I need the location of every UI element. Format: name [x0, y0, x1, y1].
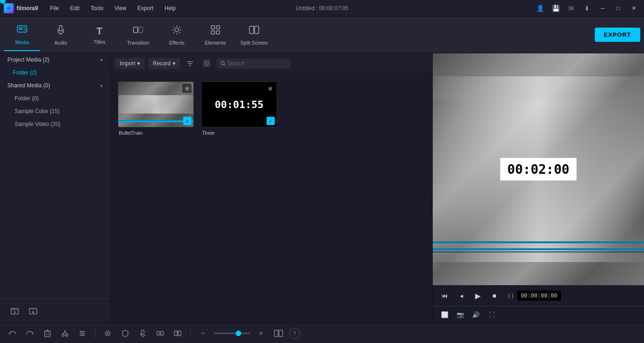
titlebar: filmora9 File Edit Tools View Export Hel… [0, 0, 644, 17]
shield-button[interactable] [118, 326, 132, 340]
tool-effects-label: Effects [169, 40, 184, 46]
transition-timeline-button[interactable] [171, 326, 185, 340]
thumb-check-bullettrain: ✓ [183, 117, 191, 125]
tool-split-screen[interactable]: Split Screen [236, 19, 273, 51]
menu-export[interactable]: Export [133, 3, 158, 13]
search-input[interactable] [227, 60, 286, 67]
fullscreen-button[interactable]: ⛶ [485, 308, 498, 321]
tool-transition[interactable]: Transition [120, 19, 157, 51]
import-label: Import [120, 60, 135, 67]
adjustments-button[interactable] [75, 326, 89, 340]
sidebar-project-media[interactable]: Project Media (2) ▾ [0, 53, 110, 66]
menu-tools[interactable]: Tools [86, 3, 108, 13]
menu-edit[interactable]: Edit [65, 3, 84, 13]
tool-effects[interactable]: Effects [158, 19, 195, 51]
tool-titles[interactable]: T Titles [81, 19, 118, 51]
tool-media[interactable]: Media [4, 19, 41, 51]
link-button[interactable] [153, 326, 167, 340]
sidebar-folder-2[interactable]: Folder (2) [0, 66, 110, 79]
skip-back-button[interactable]: ⏮ [438, 289, 451, 302]
sidebar-folder-0-label: Folder (0) [15, 95, 39, 102]
search-box[interactable] [217, 58, 290, 69]
snap-button[interactable] [101, 326, 115, 340]
tool-audio[interactable]: Audio [42, 19, 79, 51]
menu-help[interactable]: Help [160, 3, 180, 13]
mail-icon[interactable]: ✉ [565, 2, 578, 15]
import-button[interactable]: Import ▾ [115, 58, 145, 69]
menu-view[interactable]: View [110, 3, 131, 13]
sidebar-sample-video-label: Sample Video (20) [15, 121, 60, 127]
media-grid: ⊞ ✓ BulletTrain 00:01:55 ⊞ ✓ Timer [110, 74, 432, 143]
window-title: Untitled : 00:00:07:05 [296, 5, 348, 11]
sidebar-sample-color[interactable]: Sample Color (15) [0, 105, 110, 118]
filter-button[interactable] [184, 57, 197, 70]
user-icon[interactable]: 👤 [534, 2, 546, 15]
screenshot-button[interactable]: 📷 [454, 308, 467, 321]
split-view-button[interactable] [272, 326, 285, 340]
import-folder-button[interactable] [26, 303, 41, 318]
split-screen-icon [249, 24, 260, 38]
media-item-timer[interactable]: 00:01:55 ⊞ ✓ Timer [201, 81, 277, 136]
playback-timecode: 00:00:00:00 [517, 291, 561, 301]
zoom-in-button[interactable]: + [254, 326, 268, 340]
svg-point-43 [81, 334, 83, 336]
delete-button[interactable] [41, 326, 54, 340]
stop-button[interactable]: ■ [488, 289, 501, 302]
media-icon [17, 24, 28, 38]
export-button[interactable]: EXPORT [595, 28, 640, 42]
menu-file[interactable]: File [46, 3, 64, 13]
cloud-save-icon[interactable]: 💾 [549, 2, 562, 15]
preview-bottom-controls: ⬜ 📷 🔊 ⛶ [433, 306, 644, 323]
sidebar-folder-0[interactable]: Folder (0) [0, 92, 110, 105]
svg-point-10 [175, 28, 179, 32]
tool-elements[interactable]: Elements [197, 19, 234, 51]
cut-button[interactable] [58, 326, 72, 340]
media-toolbar: Import ▾ Record ▾ [110, 53, 432, 74]
step-back-button[interactable]: ◂ [455, 289, 468, 302]
sidebar-sample-video[interactable]: Sample Video (20) [0, 118, 110, 131]
svg-rect-22 [204, 61, 206, 63]
media-item-bullettrain[interactable]: ⊞ ✓ BulletTrain [118, 81, 194, 136]
svg-rect-55 [279, 330, 283, 337]
download-icon[interactable]: ⬇ [580, 2, 593, 15]
svg-rect-15 [249, 26, 254, 34]
thumb-grid-icon: ⊞ [182, 84, 191, 93]
microphone-button[interactable] [136, 326, 150, 340]
volume-button[interactable]: 🔊 [470, 308, 482, 321]
play-button[interactable]: ▶ [471, 289, 484, 302]
maximize-button[interactable]: □ [612, 2, 625, 15]
svg-rect-28 [45, 331, 50, 337]
help-button[interactable]: ? [289, 328, 300, 339]
sidebar-shared-media[interactable]: Shared Media (0) ▾ [0, 79, 110, 92]
zoom-out-button[interactable]: − [196, 326, 210, 340]
media-label-bullettrain: BulletTrain [118, 130, 194, 136]
import-chevron-icon: ▾ [137, 60, 140, 67]
sidebar-folder-2-label: Folder (2) [13, 69, 37, 76]
timer-timecode: 00:01:55 [215, 99, 264, 110]
chevron-right-icon: ▾ [100, 83, 103, 88]
tool-titles-label: Titles [93, 39, 105, 45]
svg-point-45 [107, 332, 109, 334]
undo-button[interactable] [6, 326, 19, 340]
sidebar-actions [0, 298, 110, 323]
tool-media-label: Media [15, 40, 29, 45]
svg-point-41 [81, 331, 82, 332]
sidebar-sample-color-label: Sample Color (15) [15, 108, 59, 114]
new-folder-button[interactable] [7, 303, 22, 318]
logo-icon [4, 3, 14, 13]
svg-rect-16 [255, 26, 259, 34]
separator-2 [190, 329, 191, 338]
svg-rect-14 [216, 31, 220, 34]
svg-rect-13 [211, 31, 215, 34]
redo-button[interactable] [23, 326, 37, 340]
minimize-button[interactable]: ─ [596, 2, 609, 15]
record-button[interactable]: Record ▾ [148, 58, 180, 69]
main-toolbar: Media Audio T Titles Transition [0, 17, 644, 53]
close-button[interactable]: ✕ [627, 2, 640, 15]
preview-monitor-icon[interactable]: ⬜ [438, 308, 451, 321]
zoom-handle[interactable] [236, 331, 241, 336]
grid-view-button[interactable] [200, 57, 213, 70]
tool-audio-label: Audio [54, 40, 67, 46]
zoom-slider[interactable] [214, 332, 250, 334]
svg-point-26 [221, 62, 224, 65]
